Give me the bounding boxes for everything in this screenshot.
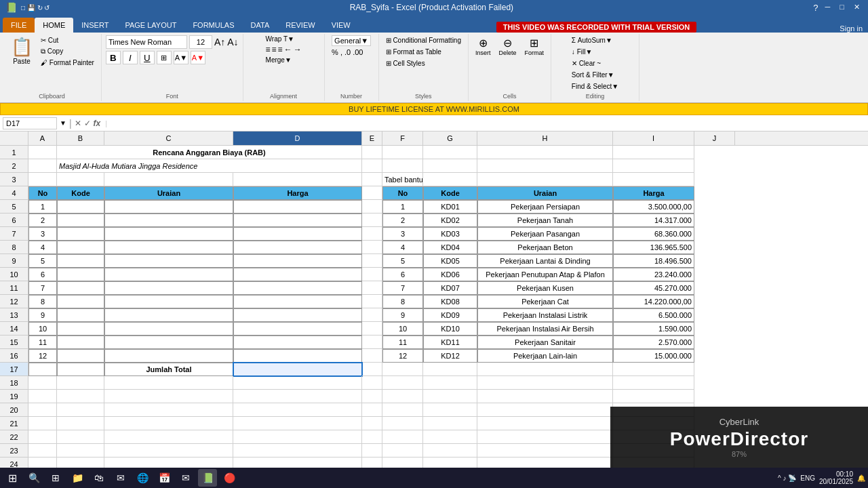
start-button[interactable]: ⊞ (3, 469, 22, 487)
cell-f7[interactable]: 3 (382, 227, 423, 241)
cell-a7[interactable]: 3 (28, 227, 57, 241)
cell-d6[interactable] (233, 214, 362, 227)
cell-c22[interactable] (104, 430, 233, 444)
copy-button[interactable]: ⧉ Copy (38, 46, 97, 57)
cell-h8[interactable]: Pekerjaan Beton (477, 241, 613, 254)
col-header-b[interactable]: B (57, 131, 104, 145)
cell-g22[interactable] (423, 430, 477, 444)
insert-button[interactable]: ⊕ Insert (473, 35, 494, 58)
cell-h17[interactable] (477, 363, 613, 376)
cell-f21[interactable] (382, 417, 423, 430)
cell-a9[interactable]: 5 (28, 254, 57, 268)
cell-b4[interactable]: Kode (57, 186, 104, 200)
cell-i9[interactable]: 18.496.500 (613, 254, 694, 268)
cell-b11[interactable] (57, 281, 104, 295)
cell-g23[interactable] (423, 444, 477, 458)
cell-e14[interactable] (362, 322, 382, 336)
cell-h7[interactable]: Pekerjaan Pasangan (477, 227, 613, 241)
cell-g6[interactable]: KD02 (423, 214, 477, 227)
cell-b23[interactable] (57, 444, 104, 458)
cell-e8[interactable] (362, 241, 382, 254)
tab-insert[interactable]: INSERT (73, 18, 117, 33)
align-right-btn[interactable]: ≡ (278, 45, 283, 54)
cell-e12[interactable] (362, 295, 382, 308)
name-box-dropdown[interactable]: ▼ (60, 119, 66, 127)
cell-a10[interactable]: 6 (28, 268, 57, 281)
row-1[interactable]: 1 (0, 146, 28, 159)
cell-e16[interactable] (362, 349, 382, 363)
cell-f19[interactable] (382, 390, 423, 403)
cell-g2[interactable] (423, 159, 477, 173)
tab-file[interactable]: FILE (3, 18, 35, 33)
cell-styles-button[interactable]: ⊞ Cell Styles (383, 58, 428, 68)
cell-d19[interactable] (233, 390, 362, 403)
files-button[interactable]: 📁 (68, 469, 87, 487)
cell-a5[interactable]: 1 (28, 200, 57, 214)
cell-e19[interactable] (362, 390, 382, 403)
cell-f1[interactable] (382, 146, 423, 159)
cell-h13[interactable]: Pekerjaan Instalasi Listrik (477, 308, 613, 322)
row-5[interactable]: 5 (0, 200, 28, 214)
cell-f14[interactable]: 10 (382, 322, 423, 336)
cell-e13[interactable] (362, 308, 382, 322)
cell-e9[interactable] (362, 254, 382, 268)
cell-a18[interactable] (28, 376, 57, 390)
cell-d15[interactable] (233, 336, 362, 349)
help-icon[interactable]: ? (813, 3, 818, 13)
cell-c6[interactable] (104, 214, 233, 227)
cell-g16[interactable]: KD12 (423, 349, 477, 363)
cell-f9[interactable]: 5 (382, 254, 423, 268)
cell-i12[interactable]: 14.220.000,00 (613, 295, 694, 308)
row-16[interactable]: 16 (0, 349, 28, 363)
cell-e15[interactable] (362, 336, 382, 349)
excel-taskbar-button[interactable]: 📗 (198, 469, 217, 487)
row-18[interactable]: 18 (0, 376, 28, 390)
cell-i14[interactable]: 1.590.000 (613, 322, 694, 336)
cell-g19[interactable] (423, 390, 477, 403)
cell-h22[interactable] (477, 430, 613, 444)
cell-i3[interactable] (613, 173, 694, 186)
cell-b24[interactable] (57, 458, 104, 468)
cell-e22[interactable] (362, 430, 382, 444)
col-header-j[interactable]: J (694, 131, 735, 145)
cell-h16[interactable]: Pekerjaan Lain-lain (477, 349, 613, 363)
cell-e1[interactable] (362, 146, 382, 159)
italic-button[interactable]: I (123, 51, 138, 64)
cut-button[interactable]: ✂ Cut (38, 35, 97, 45)
cell-c19[interactable] (104, 390, 233, 403)
cell-i1[interactable] (613, 146, 694, 159)
cell-i7[interactable]: 68.360.000 (613, 227, 694, 241)
cell-b2[interactable]: Masjid Al-Huda Mutiara Jingga Residence (57, 159, 362, 173)
cell-f3[interactable]: Tabel bantu (382, 173, 423, 186)
row-8[interactable]: 8 (0, 241, 28, 254)
cell-c4[interactable]: Uraian (104, 186, 233, 200)
indent-increase-btn[interactable]: → (294, 45, 302, 54)
cell-f6[interactable]: 2 (382, 214, 423, 227)
cell-a4[interactable]: No (28, 186, 57, 200)
cell-a17[interactable] (28, 363, 57, 376)
cell-e24[interactable] (362, 458, 382, 468)
pdf-button[interactable]: 🔴 (220, 469, 239, 487)
row-13[interactable]: 13 (0, 308, 28, 322)
cell-d4[interactable]: Harga (233, 186, 362, 200)
cell-h18[interactable] (477, 376, 613, 390)
row-20[interactable]: 20 (0, 403, 28, 417)
cell-i15[interactable]: 2.570.000 (613, 336, 694, 349)
cell-d8[interactable] (233, 241, 362, 254)
wrap-text-button[interactable]: Wrap T▼ (266, 35, 294, 43)
col-header-h[interactable]: H (477, 131, 613, 145)
cell-b13[interactable] (57, 308, 104, 322)
cell-e2[interactable] (362, 159, 382, 173)
cell-i2[interactable] (613, 159, 694, 173)
cell-d17[interactable] (233, 363, 362, 376)
font-size-input[interactable] (189, 35, 212, 49)
cell-b17[interactable] (57, 363, 104, 376)
cell-i13[interactable]: 6.500.000 (613, 308, 694, 322)
browser-button[interactable]: 🌐 (133, 469, 152, 487)
cell-b9[interactable] (57, 254, 104, 268)
cell-h21[interactable] (477, 417, 613, 430)
cell-d9[interactable] (233, 254, 362, 268)
row-14[interactable]: 14 (0, 322, 28, 336)
cell-c15[interactable] (104, 336, 233, 349)
cell-a13[interactable]: 9 (28, 308, 57, 322)
